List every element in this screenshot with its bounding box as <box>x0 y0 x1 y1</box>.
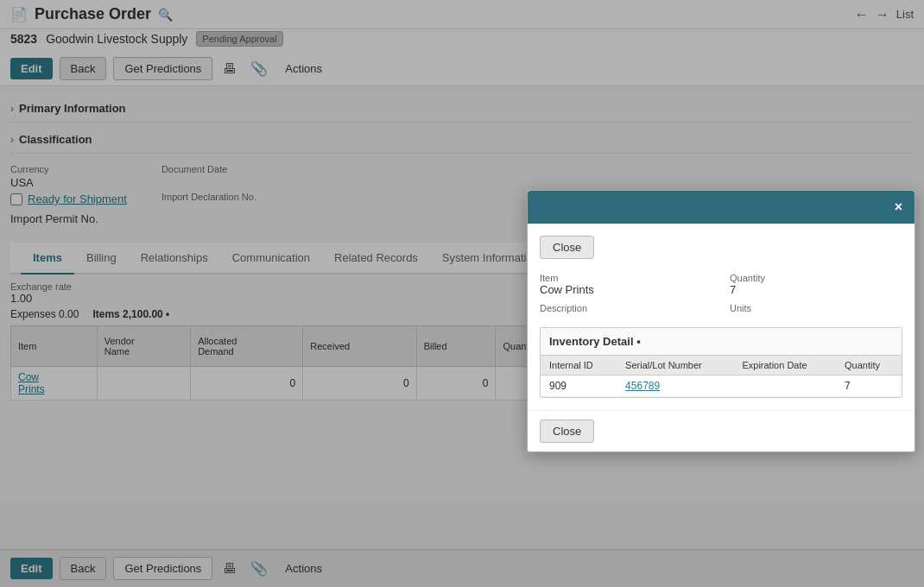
modal-item-value: Cow Prints <box>540 283 712 296</box>
modal-quantity-label: Quantity <box>730 273 902 283</box>
modal-description-group: Description <box>540 303 712 313</box>
inv-col-quantity: Quantity <box>836 356 902 376</box>
modal-units-group: Units <box>730 303 902 313</box>
modal-close-bottom-button[interactable]: Close <box>540 420 594 443</box>
inv-expiration-date <box>733 376 836 397</box>
modal-units-label: Units <box>730 303 902 313</box>
inventory-detail-table: Internal ID Serial/Lot Number Expiration… <box>541 356 902 397</box>
modal-body: Close Item Cow Prints Quantity 7 Descrip… <box>528 224 915 410</box>
inv-col-internal-id: Internal ID <box>541 356 617 376</box>
modal-item-label: Item <box>540 273 712 283</box>
modal-quantity-value: 7 <box>730 283 902 296</box>
inventory-detail-header: Inventory Detail • <box>541 328 902 356</box>
modal-x-close-button[interactable]: × <box>895 199 902 215</box>
modal-description-label: Description <box>540 303 712 313</box>
modal-quantity-group: Quantity 7 <box>730 273 902 296</box>
inv-col-serial-lot: Serial/Lot Number <box>617 356 733 376</box>
inv-internal-id: 909 <box>541 376 617 397</box>
inventory-detail-modal: × Close Item Cow Prints Quantity 7 Descr… <box>527 190 915 452</box>
inv-serial-lot[interactable]: 456789 <box>617 376 733 397</box>
modal-footer: Close <box>528 410 915 451</box>
modal-item-group: Item Cow Prints <box>540 273 712 296</box>
modal-header: × <box>528 191 915 224</box>
modal-fields: Item Cow Prints Quantity 7 Description U… <box>540 273 902 313</box>
inv-col-expiration: Expiration Date <box>733 356 836 376</box>
inventory-table-row: 909 456789 7 <box>541 376 902 397</box>
inv-quantity: 7 <box>836 376 902 397</box>
inventory-detail-section: Inventory Detail • Internal ID Serial/Lo… <box>540 327 902 398</box>
modal-close-top-button[interactable]: Close <box>540 236 594 259</box>
